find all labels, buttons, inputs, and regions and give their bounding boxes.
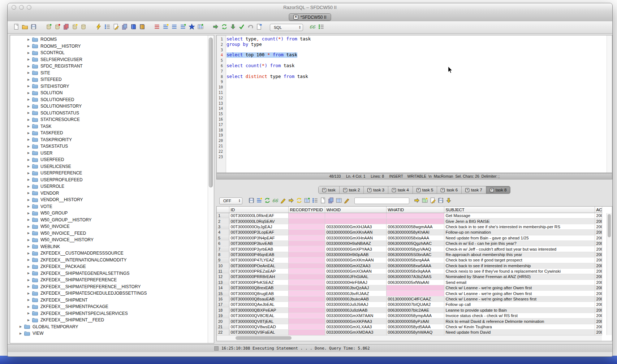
- column-header-whatid[interactable]: WHATID: [386, 207, 444, 213]
- sql-editor[interactable]: 1select type, count(*) from task2group b…: [216, 35, 612, 173]
- table-row[interactable]: 2000T3000000QV8TjEAL0033000000GmXKPAA300…: [217, 318, 602, 324]
- row-limit-select[interactable]: OFF▲▼: [219, 198, 242, 204]
- edit-cell-button[interactable]: [279, 197, 287, 205]
- tree-item[interactable]: ▶USER: [10, 150, 208, 157]
- results-list-button[interactable]: [317, 23, 325, 32]
- result-tab-close-icon[interactable]: ×: [343, 188, 347, 192]
- tree-item[interactable]: ▶SOLUTIONHISTORY: [10, 103, 208, 110]
- execute-all-button[interactable]: [220, 23, 229, 32]
- tree-item[interactable]: ▶WEBLINK: [10, 243, 208, 250]
- expand-arrow-icon[interactable]: ▶: [19, 332, 22, 335]
- result-tab-task-5[interactable]: ×task 5: [413, 186, 437, 194]
- save-as-button[interactable]: [437, 197, 445, 205]
- tree-scrollbar-thumb[interactable]: [209, 38, 213, 187]
- expand-arrow-icon[interactable]: ▶: [27, 178, 30, 181]
- table-row[interactable]: 1600T3000000Q8sauEAB0033000000JbukoAAB00…: [217, 296, 602, 302]
- tree-scrollbar[interactable]: [208, 35, 214, 343]
- new-result-page-button[interactable]: [319, 197, 327, 205]
- sql-history-button[interactable]: [103, 23, 112, 32]
- expand-arrow-icon[interactable]: ▶: [27, 198, 30, 202]
- expand-arrow-icon[interactable]: ▶: [27, 125, 30, 128]
- table-row[interactable]: 1300T3000000PfvKSEAZ0033000000HirF8AAJ00…: [217, 280, 602, 285]
- result-tab-task-6[interactable]: ×task 6: [437, 186, 462, 194]
- tree-item[interactable]: ▶W50_INVOICE__FEED: [10, 230, 208, 237]
- tree-item[interactable]: ▶TASKFEED: [10, 130, 208, 136]
- tree-item[interactable]: ▶ZKFEDEX__SHIPMATESCHEDULEDJOBSSETTINGS: [10, 290, 208, 297]
- table-row[interactable]: 900T3000000P47LYEAZ0033000000GmXKmAAN006…: [217, 257, 602, 263]
- tree-item[interactable]: ▶ROOMS__HISTORY: [10, 43, 208, 50]
- tree-item[interactable]: ▶ZKFEDEX__SHIPMATEGENERALSETTINGS: [10, 270, 208, 277]
- search-next-button[interactable]: [413, 197, 421, 205]
- column-header[interactable]: [217, 207, 229, 213]
- highlight-button[interactable]: [343, 197, 351, 205]
- download-results-button[interactable]: [445, 197, 453, 205]
- database-browser-button[interactable]: [129, 23, 138, 32]
- tree-item[interactable]: ▶USERFEED: [10, 156, 208, 163]
- expand-arrow-icon[interactable]: ▶: [27, 245, 30, 248]
- expand-arrow-icon[interactable]: ▶: [27, 131, 30, 135]
- expand-arrow-icon[interactable]: ▶: [27, 238, 30, 242]
- expand-arrow-icon[interactable]: ▶: [27, 258, 30, 261]
- filter-results-button[interactable]: [255, 197, 263, 205]
- tree-item[interactable]: ▶W50_INVOICE: [10, 223, 208, 230]
- table-row[interactable]: 1500T3000000Q8rugEAB0033000000JbvRJAAZCh…: [217, 291, 602, 296]
- execute-statement-button[interactable]: [211, 23, 220, 32]
- table-row[interactable]: 2200T3000000QV9FaEAL0033000000GmXMDAA300…: [217, 330, 602, 335]
- expand-arrow-icon[interactable]: ▶: [27, 145, 30, 148]
- table-row[interactable]: 1900T3000000QV8CfEAL0033000000GmXM7AAN00…: [217, 313, 602, 318]
- tree-item[interactable]: ▶VOTE: [10, 203, 208, 210]
- format-sql-button[interactable]: [170, 23, 179, 32]
- tree-item[interactable]: ▶STATICRESOURCE: [10, 116, 208, 123]
- rollback-button[interactable]: [246, 23, 255, 32]
- expand-arrow-icon[interactable]: ▶: [27, 51, 30, 55]
- expand-arrow-icon[interactable]: ▶: [27, 318, 30, 322]
- new-file-button[interactable]: [12, 23, 21, 32]
- tree-item[interactable]: ▶SITEHISTORY: [10, 83, 208, 90]
- result-tab-close-icon[interactable]: ×: [465, 188, 469, 192]
- column-header-subject[interactable]: SUBJECT: [444, 207, 595, 213]
- view-results-button[interactable]: 66: [271, 197, 279, 205]
- tree-item[interactable]: ▶W50_INVOICE__HISTORY: [10, 237, 208, 243]
- expand-arrow-icon[interactable]: ▶: [27, 312, 30, 315]
- expand-arrow-icon[interactable]: ▶: [27, 105, 30, 108]
- save-results-button[interactable]: [247, 197, 255, 205]
- connection-info-button[interactable]: [79, 23, 88, 32]
- result-tab-task-3[interactable]: ×task 3: [364, 186, 388, 194]
- table-row[interactable]: 800T3000000P46qnEAB0033000000H9i0pAAB006…: [217, 252, 602, 257]
- expand-arrow-icon[interactable]: ▶: [27, 212, 30, 215]
- expand-arrow-icon[interactable]: ▶: [27, 98, 30, 101]
- statement-type-select[interactable]: SQL▲▼: [270, 24, 303, 31]
- expand-arrow-icon[interactable]: ▶: [27, 165, 30, 168]
- tree-item[interactable]: ▶ZKFEDEX__INTERNATIONALCOMMODITY: [10, 257, 208, 264]
- tree-item[interactable]: ▶ZKFEDEX__CUSTOMADDRESSSOURCE: [10, 250, 208, 257]
- tree-item[interactable]: ▶TASK: [10, 123, 208, 130]
- table-row[interactable]: 600T3000000P3tuvEAB0033000000H9aNBAAZ006…: [217, 240, 602, 246]
- results-search-input[interactable]: [354, 198, 409, 204]
- results-vscrollbar-thumb[interactable]: [608, 214, 611, 237]
- results-vscrollbar[interactable]: [607, 213, 612, 335]
- copy-connection-button[interactable]: [62, 23, 70, 32]
- tree-item[interactable]: ▶SELFSERVICEUSER: [10, 56, 208, 63]
- table-row[interactable]: 1700T3000000QAeJbEAL0033000000Ju9J9AAJ00…: [217, 302, 602, 307]
- expand-arrow-icon[interactable]: ▶: [27, 205, 30, 208]
- result-tab-task-8[interactable]: ×task 8: [486, 186, 510, 194]
- describe-table-button[interactable]: [153, 23, 161, 32]
- table-row[interactable]: 500T3000000P3N4pEAF0033000000GmXHnAAN006…: [217, 235, 602, 240]
- tree-item[interactable]: ▶W50_GROUP__HISTORY: [10, 217, 208, 224]
- expand-arrow-icon[interactable]: ▶: [27, 185, 30, 188]
- expand-arrow-icon[interactable]: ▶: [19, 325, 22, 328]
- expand-arrow-icon[interactable]: ▶: [27, 298, 30, 302]
- expand-arrow-icon[interactable]: ▶: [27, 84, 30, 88]
- edit-list-button[interactable]: [161, 23, 170, 32]
- expand-arrow-icon[interactable]: ▶: [27, 158, 30, 161]
- edit-sql-button[interactable]: [112, 23, 120, 32]
- tree-item[interactable]: ▶ZKFEDEX__SHIPMENT__FEED: [10, 317, 208, 324]
- tree-item[interactable]: ▶TASKSTATUS: [10, 143, 208, 150]
- expand-arrow-icon[interactable]: ▶: [27, 252, 30, 255]
- column-header-id[interactable]: ID: [229, 207, 288, 213]
- expand-arrow-icon[interactable]: ▶: [27, 91, 30, 95]
- help-book-button[interactable]: [138, 23, 146, 32]
- table-row[interactable]: 700T3000000P3yrbEAB0033000000GmXPYAA3006…: [217, 246, 602, 252]
- tree-item[interactable]: ▶ZKFEDEX__SHIPMATEPREFERENCE__HISTORY: [10, 283, 208, 290]
- column-list-button[interactable]: [311, 197, 319, 205]
